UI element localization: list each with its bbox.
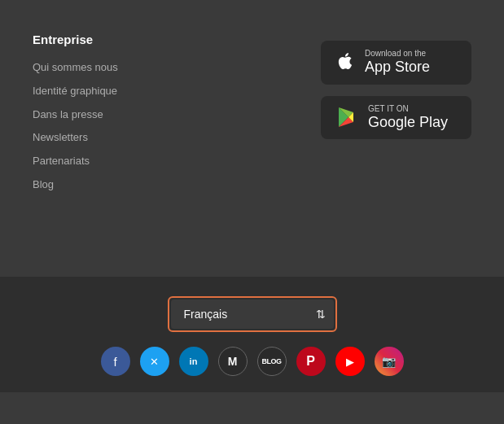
- appstore-text: Download on the App Store: [365, 49, 430, 76]
- main-section: Entreprise Qui sommes nous Identité grap…: [0, 0, 504, 277]
- entreprise-column: Entreprise Qui sommes nous Identité grap…: [33, 33, 163, 252]
- appstore-small-text: Download on the: [365, 49, 430, 59]
- social-facebook[interactable]: f: [101, 347, 130, 376]
- social-medium[interactable]: M: [218, 347, 248, 376]
- social-icons-row: f ✕ in M BLOG P ▶ 📷: [101, 347, 404, 376]
- play-icon: [335, 106, 358, 129]
- link-dans-la-presse[interactable]: Dans la presse: [33, 107, 163, 124]
- social-pinterest[interactable]: P: [296, 347, 326, 376]
- social-linkedin[interactable]: in: [179, 347, 208, 376]
- link-blog[interactable]: Blog: [33, 177, 163, 194]
- social-twitter[interactable]: ✕: [140, 347, 169, 376]
- apple-icon: [335, 51, 355, 74]
- social-youtube[interactable]: ▶: [335, 347, 365, 376]
- googleplay-text: GET IT ON Google Play: [368, 104, 448, 132]
- googleplay-large-text: Google Play: [368, 114, 448, 132]
- googleplay-button[interactable]: GET IT ON Google Play: [321, 96, 471, 140]
- googleplay-small-text: GET IT ON: [368, 104, 448, 114]
- app-buttons-column: Download on the App Store GET IT ON Goog…: [321, 33, 471, 252]
- social-blog[interactable]: BLOG: [257, 347, 287, 376]
- language-select[interactable]: Français English Español Deutsch Italian…: [171, 299, 334, 329]
- appstore-button[interactable]: Download on the App Store: [321, 41, 471, 85]
- bottom-bar: Français English Español Deutsch Italian…: [0, 277, 504, 392]
- appstore-large-text: App Store: [365, 59, 430, 76]
- link-qui-sommes-nous[interactable]: Qui sommes nous: [33, 59, 163, 76]
- link-identite-graphique[interactable]: Identité graphique: [33, 83, 163, 100]
- language-select-wrapper: Français English Español Deutsch Italian…: [168, 296, 337, 332]
- social-instagram[interactable]: 📷: [375, 347, 404, 376]
- section-title: Entreprise: [33, 33, 163, 46]
- link-newsletters[interactable]: Newsletters: [33, 129, 163, 146]
- link-partenariats[interactable]: Partenariats: [33, 153, 163, 170]
